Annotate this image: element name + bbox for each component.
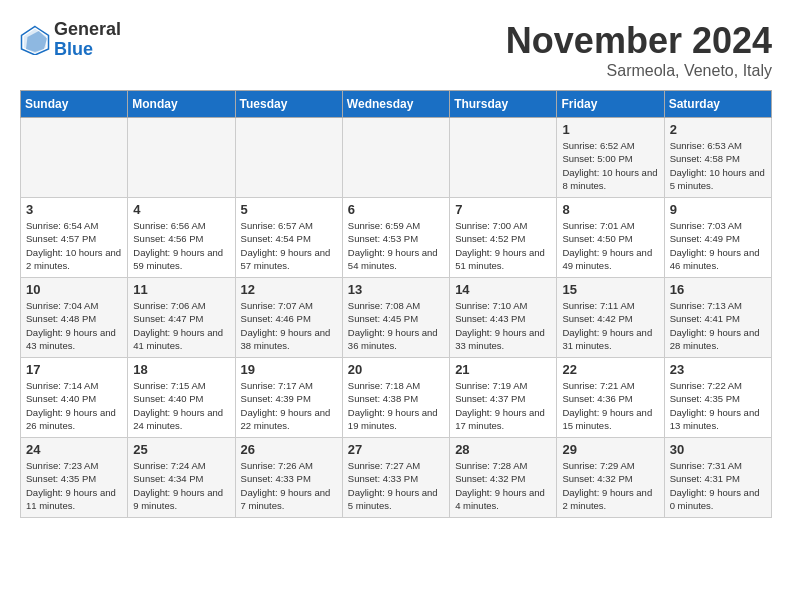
day-number: 3 xyxy=(26,202,122,217)
calendar-cell: 16Sunrise: 7:13 AM Sunset: 4:41 PM Dayli… xyxy=(664,278,771,358)
day-number: 27 xyxy=(348,442,444,457)
day-info: Sunrise: 7:11 AM Sunset: 4:42 PM Dayligh… xyxy=(562,299,658,352)
day-info: Sunrise: 7:22 AM Sunset: 4:35 PM Dayligh… xyxy=(670,379,766,432)
calendar-cell: 3Sunrise: 6:54 AM Sunset: 4:57 PM Daylig… xyxy=(21,198,128,278)
calendar-cell: 18Sunrise: 7:15 AM Sunset: 4:40 PM Dayli… xyxy=(128,358,235,438)
day-number: 26 xyxy=(241,442,337,457)
day-info: Sunrise: 7:15 AM Sunset: 4:40 PM Dayligh… xyxy=(133,379,229,432)
calendar-cell: 26Sunrise: 7:26 AM Sunset: 4:33 PM Dayli… xyxy=(235,438,342,518)
day-number: 9 xyxy=(670,202,766,217)
day-number: 17 xyxy=(26,362,122,377)
calendar-cell: 24Sunrise: 7:23 AM Sunset: 4:35 PM Dayli… xyxy=(21,438,128,518)
weekday-header-friday: Friday xyxy=(557,91,664,118)
calendar-cell: 25Sunrise: 7:24 AM Sunset: 4:34 PM Dayli… xyxy=(128,438,235,518)
day-number: 2 xyxy=(670,122,766,137)
logo-icon xyxy=(20,25,50,55)
day-info: Sunrise: 7:13 AM Sunset: 4:41 PM Dayligh… xyxy=(670,299,766,352)
day-info: Sunrise: 7:28 AM Sunset: 4:32 PM Dayligh… xyxy=(455,459,551,512)
day-info: Sunrise: 6:53 AM Sunset: 4:58 PM Dayligh… xyxy=(670,139,766,192)
day-info: Sunrise: 7:21 AM Sunset: 4:36 PM Dayligh… xyxy=(562,379,658,432)
calendar-cell: 27Sunrise: 7:27 AM Sunset: 4:33 PM Dayli… xyxy=(342,438,449,518)
day-number: 14 xyxy=(455,282,551,297)
day-info: Sunrise: 7:27 AM Sunset: 4:33 PM Dayligh… xyxy=(348,459,444,512)
calendar-cell xyxy=(128,118,235,198)
calendar-cell: 10Sunrise: 7:04 AM Sunset: 4:48 PM Dayli… xyxy=(21,278,128,358)
day-info: Sunrise: 7:01 AM Sunset: 4:50 PM Dayligh… xyxy=(562,219,658,272)
day-number: 20 xyxy=(348,362,444,377)
logo: General Blue xyxy=(20,20,121,60)
day-info: Sunrise: 7:14 AM Sunset: 4:40 PM Dayligh… xyxy=(26,379,122,432)
calendar-cell: 19Sunrise: 7:17 AM Sunset: 4:39 PM Dayli… xyxy=(235,358,342,438)
calendar-week-row: 24Sunrise: 7:23 AM Sunset: 4:35 PM Dayli… xyxy=(21,438,772,518)
day-number: 23 xyxy=(670,362,766,377)
day-number: 8 xyxy=(562,202,658,217)
day-number: 12 xyxy=(241,282,337,297)
weekday-header-monday: Monday xyxy=(128,91,235,118)
day-info: Sunrise: 6:56 AM Sunset: 4:56 PM Dayligh… xyxy=(133,219,229,272)
calendar-cell: 15Sunrise: 7:11 AM Sunset: 4:42 PM Dayli… xyxy=(557,278,664,358)
day-info: Sunrise: 7:08 AM Sunset: 4:45 PM Dayligh… xyxy=(348,299,444,352)
calendar-cell: 7Sunrise: 7:00 AM Sunset: 4:52 PM Daylig… xyxy=(450,198,557,278)
weekday-header-tuesday: Tuesday xyxy=(235,91,342,118)
day-number: 25 xyxy=(133,442,229,457)
day-info: Sunrise: 7:31 AM Sunset: 4:31 PM Dayligh… xyxy=(670,459,766,512)
weekday-header-thursday: Thursday xyxy=(450,91,557,118)
day-number: 10 xyxy=(26,282,122,297)
day-info: Sunrise: 7:23 AM Sunset: 4:35 PM Dayligh… xyxy=(26,459,122,512)
day-info: Sunrise: 7:19 AM Sunset: 4:37 PM Dayligh… xyxy=(455,379,551,432)
day-info: Sunrise: 6:59 AM Sunset: 4:53 PM Dayligh… xyxy=(348,219,444,272)
weekday-header-wednesday: Wednesday xyxy=(342,91,449,118)
day-info: Sunrise: 6:57 AM Sunset: 4:54 PM Dayligh… xyxy=(241,219,337,272)
calendar-week-row: 10Sunrise: 7:04 AM Sunset: 4:48 PM Dayli… xyxy=(21,278,772,358)
day-number: 28 xyxy=(455,442,551,457)
day-number: 11 xyxy=(133,282,229,297)
calendar-cell: 29Sunrise: 7:29 AM Sunset: 4:32 PM Dayli… xyxy=(557,438,664,518)
day-info: Sunrise: 7:26 AM Sunset: 4:33 PM Dayligh… xyxy=(241,459,337,512)
day-number: 21 xyxy=(455,362,551,377)
day-number: 24 xyxy=(26,442,122,457)
day-number: 30 xyxy=(670,442,766,457)
day-number: 15 xyxy=(562,282,658,297)
calendar-cell xyxy=(21,118,128,198)
day-number: 16 xyxy=(670,282,766,297)
calendar-cell: 22Sunrise: 7:21 AM Sunset: 4:36 PM Dayli… xyxy=(557,358,664,438)
calendar-cell: 14Sunrise: 7:10 AM Sunset: 4:43 PM Dayli… xyxy=(450,278,557,358)
calendar-cell: 4Sunrise: 6:56 AM Sunset: 4:56 PM Daylig… xyxy=(128,198,235,278)
day-info: Sunrise: 7:03 AM Sunset: 4:49 PM Dayligh… xyxy=(670,219,766,272)
calendar-cell xyxy=(235,118,342,198)
title-block: November 2024 Sarmeola, Veneto, Italy xyxy=(506,20,772,80)
calendar-week-row: 3Sunrise: 6:54 AM Sunset: 4:57 PM Daylig… xyxy=(21,198,772,278)
calendar-cell xyxy=(342,118,449,198)
calendar-cell: 2Sunrise: 6:53 AM Sunset: 4:58 PM Daylig… xyxy=(664,118,771,198)
calendar-cell: 30Sunrise: 7:31 AM Sunset: 4:31 PM Dayli… xyxy=(664,438,771,518)
weekday-header-saturday: Saturday xyxy=(664,91,771,118)
day-info: Sunrise: 7:24 AM Sunset: 4:34 PM Dayligh… xyxy=(133,459,229,512)
day-info: Sunrise: 7:07 AM Sunset: 4:46 PM Dayligh… xyxy=(241,299,337,352)
calendar-cell: 8Sunrise: 7:01 AM Sunset: 4:50 PM Daylig… xyxy=(557,198,664,278)
day-info: Sunrise: 7:10 AM Sunset: 4:43 PM Dayligh… xyxy=(455,299,551,352)
calendar-week-row: 1Sunrise: 6:52 AM Sunset: 5:00 PM Daylig… xyxy=(21,118,772,198)
month-title: November 2024 xyxy=(506,20,772,62)
day-info: Sunrise: 6:54 AM Sunset: 4:57 PM Dayligh… xyxy=(26,219,122,272)
day-number: 4 xyxy=(133,202,229,217)
day-number: 18 xyxy=(133,362,229,377)
day-info: Sunrise: 7:04 AM Sunset: 4:48 PM Dayligh… xyxy=(26,299,122,352)
calendar-cell: 11Sunrise: 7:06 AM Sunset: 4:47 PM Dayli… xyxy=(128,278,235,358)
calendar-cell: 13Sunrise: 7:08 AM Sunset: 4:45 PM Dayli… xyxy=(342,278,449,358)
calendar-cell: 28Sunrise: 7:28 AM Sunset: 4:32 PM Dayli… xyxy=(450,438,557,518)
day-info: Sunrise: 6:52 AM Sunset: 5:00 PM Dayligh… xyxy=(562,139,658,192)
day-number: 7 xyxy=(455,202,551,217)
day-number: 5 xyxy=(241,202,337,217)
calendar-cell: 17Sunrise: 7:14 AM Sunset: 4:40 PM Dayli… xyxy=(21,358,128,438)
day-info: Sunrise: 7:17 AM Sunset: 4:39 PM Dayligh… xyxy=(241,379,337,432)
calendar-cell: 5Sunrise: 6:57 AM Sunset: 4:54 PM Daylig… xyxy=(235,198,342,278)
calendar-cell: 1Sunrise: 6:52 AM Sunset: 5:00 PM Daylig… xyxy=(557,118,664,198)
day-info: Sunrise: 7:29 AM Sunset: 4:32 PM Dayligh… xyxy=(562,459,658,512)
calendar-week-row: 17Sunrise: 7:14 AM Sunset: 4:40 PM Dayli… xyxy=(21,358,772,438)
day-number: 19 xyxy=(241,362,337,377)
day-number: 22 xyxy=(562,362,658,377)
day-number: 29 xyxy=(562,442,658,457)
calendar-cell: 23Sunrise: 7:22 AM Sunset: 4:35 PM Dayli… xyxy=(664,358,771,438)
calendar-cell: 12Sunrise: 7:07 AM Sunset: 4:46 PM Dayli… xyxy=(235,278,342,358)
day-number: 13 xyxy=(348,282,444,297)
